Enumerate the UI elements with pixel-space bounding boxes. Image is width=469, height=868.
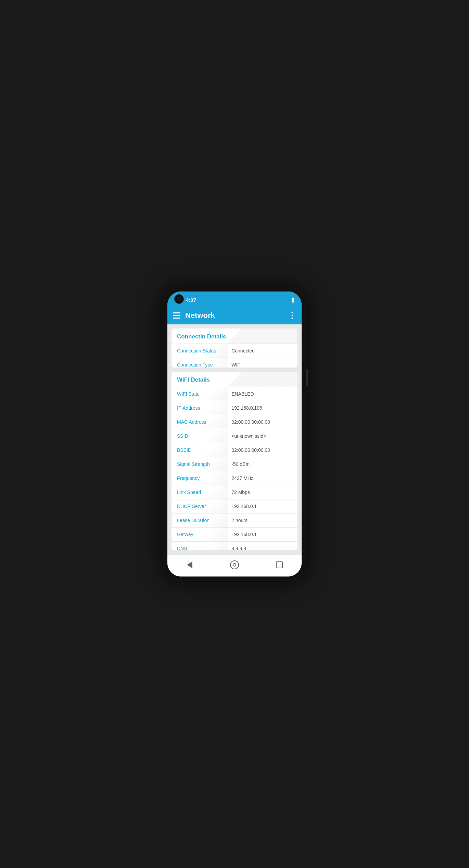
lease-duration-row: Lease Duration 2 hours xyxy=(172,513,297,527)
mac-address-row: MAC Address 02:00:00:00:00:00 xyxy=(172,415,297,429)
wifi-state-label: WIFI State xyxy=(177,391,229,397)
connection-status-label: Connection Status xyxy=(177,348,229,354)
phone-screen: 4:07 ▮ Network ⋮ Connectin Detail xyxy=(167,292,302,576)
wifi-state-row: WIFI State ENABLED xyxy=(172,387,297,401)
dhcp-server-value: 192.168.0.1 xyxy=(229,504,292,509)
signal-strength-label: Signal Strength xyxy=(177,461,229,467)
back-icon xyxy=(187,561,192,568)
ssid-row: SSID <unknown ssid> xyxy=(172,429,297,443)
hamburger-line-1 xyxy=(173,312,180,313)
phone-frame: 4:07 ▮ Network ⋮ Connectin Detail xyxy=(163,287,306,581)
connection-card-title: Connectin Details xyxy=(177,333,226,340)
app-title: Network xyxy=(185,311,215,320)
gateway-label: Gatway xyxy=(177,532,229,537)
hamburger-menu[interactable] xyxy=(173,312,180,319)
frequency-row: Frequency 2437 MHz xyxy=(172,471,297,485)
battery-icon: ▮ xyxy=(291,296,295,303)
link-speed-value: 72 Mbps xyxy=(229,489,292,495)
wifi-details-card: WiFI Details WIFI State ENABLED IP Addre… xyxy=(172,372,297,550)
mac-address-label: MAC Address xyxy=(177,419,229,425)
side-button xyxy=(306,369,308,386)
connection-card-header: Connectin Details xyxy=(172,328,297,344)
link-speed-row: Link Speed 72 Mbps xyxy=(172,485,297,499)
gateway-row: Gatway 192.168.0.1 xyxy=(172,527,297,541)
mac-address-value: 02:00:00:00:00:00 xyxy=(229,419,292,425)
frequency-value: 2437 MHz xyxy=(229,475,292,481)
connection-type-row: Connection Type WIFI xyxy=(172,358,297,368)
hamburger-line-2 xyxy=(173,315,180,316)
frequency-label: Frequency xyxy=(177,475,229,481)
content-area: Connectin Details Connection Status Conn… xyxy=(167,324,302,554)
ip-address-label: IP Address xyxy=(177,405,229,411)
home-icon xyxy=(230,560,239,569)
wifi-card-header: WiFI Details xyxy=(172,372,297,387)
dhcp-server-label: DHCP Server xyxy=(177,504,229,509)
dhcp-server-row: DHCP Server 192.168.0.1 xyxy=(172,499,297,513)
bssid-label: BSSID xyxy=(177,447,229,453)
home-icon-inner xyxy=(233,563,236,567)
dns1-row: DNS 1 8.8.8.8 xyxy=(172,541,297,550)
ssid-value: <unknown ssid> xyxy=(229,433,292,439)
connection-type-label: Connection Type xyxy=(177,362,229,368)
home-button[interactable] xyxy=(228,558,241,572)
bssid-row: BSSID 02:00:00:00:00:00 xyxy=(172,443,297,457)
lease-duration-label: Lease Duration xyxy=(177,518,229,523)
camera xyxy=(174,294,184,304)
app-bar-left: Network xyxy=(173,311,215,320)
bottom-nav xyxy=(167,554,302,576)
camera-lens xyxy=(177,297,181,301)
connection-type-value: WIFI xyxy=(229,362,292,368)
bssid-value: 02:00:00:00:00:00 xyxy=(229,447,292,453)
connection-status-value: Connected xyxy=(229,348,292,354)
status-bar: 4:07 ▮ xyxy=(167,292,302,307)
recent-icon xyxy=(276,561,283,568)
recent-button[interactable] xyxy=(272,558,286,572)
dns1-value: 8.8.8.8 xyxy=(229,546,292,550)
link-speed-label: Link Speed xyxy=(177,489,229,495)
wifi-card-title: WiFI Details xyxy=(177,376,210,383)
ssid-label: SSID xyxy=(177,433,229,439)
signal-strength-value: -50 dBm xyxy=(229,461,292,467)
connection-status-row: Connection Status Connected xyxy=(172,344,297,358)
wifi-state-value: ENABLED xyxy=(229,391,292,397)
ip-address-value: 192.168.0.106 xyxy=(229,405,292,411)
signal-strength-row: Signal Strength -50 dBm xyxy=(172,457,297,471)
back-button[interactable] xyxy=(183,558,197,572)
app-bar: Network ⋮ xyxy=(167,307,302,324)
gateway-value: 192.168.0.1 xyxy=(229,532,292,537)
status-icons: ▮ xyxy=(291,296,295,303)
ip-address-row: IP Address 192.168.0.106 xyxy=(172,401,297,415)
dns1-label: DNS 1 xyxy=(177,546,229,550)
hamburger-line-3 xyxy=(173,318,180,319)
status-time: 4:07 xyxy=(186,297,196,303)
connection-details-card: Connectin Details Connection Status Conn… xyxy=(172,328,297,368)
lease-duration-value: 2 hours xyxy=(229,518,292,523)
more-options-icon[interactable]: ⋮ xyxy=(288,311,296,320)
